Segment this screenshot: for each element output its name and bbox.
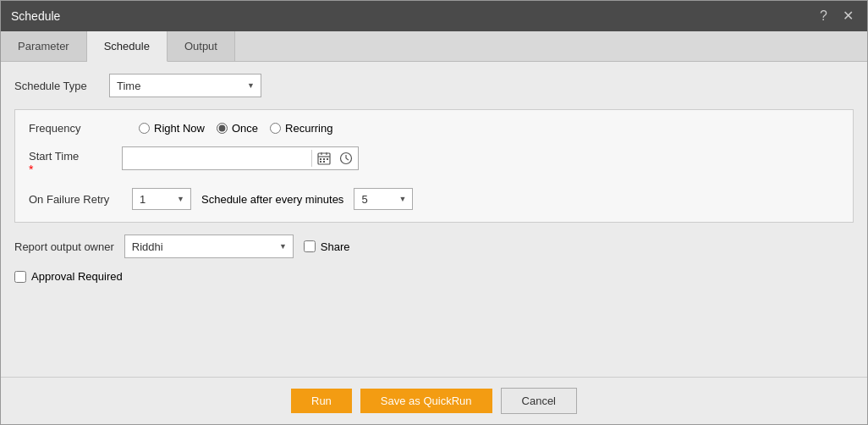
interval-label: Schedule after every minutes [201, 193, 343, 206]
radio-right-now-input[interactable] [139, 123, 150, 134]
frequency-radio-group: Right Now Once Recurring [139, 122, 332, 135]
radio-once-input[interactable] [217, 123, 228, 134]
calendar-icon [317, 152, 331, 165]
main-content: Schedule Type Time Event Manual Frequenc… [1, 62, 867, 377]
radio-recurring[interactable]: Recurring [270, 122, 332, 135]
radio-right-now[interactable]: Right Now [139, 122, 205, 135]
svg-rect-8 [323, 161, 325, 163]
approval-checkbox-label[interactable]: Approval Required [14, 270, 123, 283]
approval-row: Approval Required [14, 270, 854, 283]
svg-rect-7 [320, 161, 321, 163]
start-time-label-wrapper: Start Time * [29, 146, 122, 176]
dialog-title: Schedule [11, 9, 60, 23]
calendar-icon-button[interactable] [316, 150, 332, 167]
svg-rect-4 [320, 158, 321, 160]
tab-schedule[interactable]: Schedule [87, 31, 168, 62]
approval-checkbox[interactable] [14, 271, 26, 283]
owner-select[interactable]: Riddhi Admin User1 [124, 235, 294, 258]
content-spacer [14, 295, 854, 365]
failure-retry-label: On Failure Retry [29, 193, 122, 206]
schedule-type-select[interactable]: Time Event Manual [109, 74, 261, 97]
owner-select-wrapper: Riddhi Admin User1 [124, 235, 294, 258]
close-button[interactable]: ✕ [839, 8, 857, 25]
tabs-bar: Parameter Schedule Output [1, 31, 867, 62]
failure-retry-row: On Failure Retry 1 2 3 4 5 Schedule afte… [29, 188, 839, 210]
share-row: Share [304, 240, 350, 253]
time-input-wrapper [122, 146, 359, 170]
share-checkbox[interactable] [304, 240, 316, 252]
owner-row: Report output owner Riddhi Admin User1 S… [14, 235, 854, 258]
share-label: Share [321, 240, 350, 253]
start-time-label: Start Time [29, 150, 79, 163]
start-time-row: Start Time * [29, 146, 839, 176]
interval-select[interactable]: 1 2 3 4 5 10 15 30 [354, 188, 413, 210]
start-time-input[interactable] [123, 152, 311, 165]
schedule-dialog: Schedule ? ✕ Parameter Schedule Output S… [0, 0, 868, 425]
radio-once[interactable]: Once [217, 122, 258, 135]
radio-right-now-label: Right Now [154, 122, 205, 135]
radio-recurring-input[interactable] [270, 123, 281, 134]
frequency-label: Frequency [29, 122, 122, 135]
footer: Run Save as QuickRun Cancel [1, 377, 867, 424]
retry-select-wrapper: 1 2 3 4 5 [132, 188, 191, 210]
clock-icon-button[interactable] [338, 150, 354, 167]
clock-icon [339, 152, 353, 165]
interval-select-wrapper: 1 2 3 4 5 10 15 30 [354, 188, 413, 210]
time-icons [311, 150, 358, 167]
svg-rect-6 [327, 158, 328, 160]
title-bar-actions: ? ✕ [816, 8, 857, 25]
schedule-type-select-wrapper: Time Event Manual [109, 74, 261, 97]
save-quickrun-button[interactable]: Save as QuickRun [360, 389, 492, 413]
radio-recurring-label: Recurring [285, 122, 332, 135]
schedule-type-label: Schedule Type [14, 80, 99, 92]
owner-label: Report output owner [14, 240, 114, 253]
schedule-type-row: Schedule Type Time Event Manual [14, 74, 854, 97]
tab-output[interactable]: Output [168, 31, 235, 61]
frequency-row: Frequency Right Now Once Recurring [29, 122, 839, 135]
run-button[interactable]: Run [291, 389, 352, 413]
title-bar: Schedule ? ✕ [1, 1, 867, 31]
svg-line-11 [346, 158, 349, 160]
approval-label: Approval Required [31, 270, 123, 283]
frequency-box: Frequency Right Now Once Recurring [14, 109, 854, 223]
help-button[interactable]: ? [816, 8, 831, 25]
required-star: * [29, 163, 122, 176]
share-checkbox-label[interactable]: Share [304, 240, 350, 253]
svg-rect-5 [323, 158, 325, 160]
cancel-button[interactable]: Cancel [501, 388, 577, 414]
tab-parameter[interactable]: Parameter [1, 31, 87, 61]
radio-once-label: Once [232, 122, 258, 135]
retry-select[interactable]: 1 2 3 4 5 [132, 188, 191, 210]
